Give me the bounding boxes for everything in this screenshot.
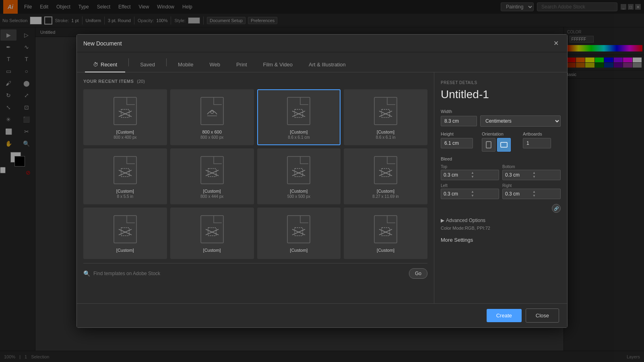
doc-icon-8	[373, 156, 398, 185]
bleed-bottom-arrows: ▲ ▼	[531, 170, 537, 180]
bleed-left-input[interactable]	[441, 189, 469, 199]
tab-recent[interactable]: ⏱ Recent	[85, 58, 125, 72]
dialog-body: YOUR RECENT ITEMS (20)	[77, 72, 567, 303]
doc-icon-4	[373, 97, 398, 125]
tab-mobile[interactable]: Mobile	[170, 58, 201, 72]
doc-name-1: [Custom]	[116, 130, 134, 134]
artboards-label: Artboards	[523, 132, 561, 136]
doc-item-1[interactable]: [Custom] 800 x 400 px	[83, 89, 167, 145]
bleed-right-input[interactable]	[503, 189, 531, 199]
artboards-input[interactable]	[523, 138, 551, 148]
doc-item-6[interactable]: [Custom] 800 x 444 px	[170, 148, 254, 204]
svg-rect-35	[201, 216, 223, 243]
doc-name-8: [Custom]	[377, 189, 394, 193]
bleed-right-up[interactable]: ▲	[532, 190, 537, 194]
search-icon: 🔍	[83, 270, 90, 277]
svg-rect-15	[114, 156, 136, 184]
more-settings-button[interactable]: More Settings	[441, 237, 561, 243]
tab-divider-1	[128, 58, 129, 66]
doc-name-5: [Custom]	[116, 189, 134, 193]
doc-item-2[interactable]: 800 x 600 800 x 600 px	[170, 89, 254, 145]
doc-size-4: 8.6 x 6.1 in	[376, 135, 396, 140]
dialog-title: New Document	[83, 40, 122, 47]
doc-name-9: [Custom]	[116, 248, 134, 253]
tab-art-illustration[interactable]: Art & Illustration	[301, 58, 354, 72]
doc-item-11[interactable]: [Custom]	[257, 208, 341, 259]
width-input[interactable]	[441, 116, 477, 126]
doc-item-12[interactable]: [Custom]	[344, 208, 427, 259]
tab-web[interactable]: Web	[201, 58, 228, 72]
svg-rect-23	[287, 156, 310, 184]
doc-icon-3	[286, 97, 312, 125]
doc-icon-7	[286, 156, 312, 185]
bleed-top-wrap: ▲ ▼	[441, 170, 499, 180]
doc-item-8[interactable]: [Custom] 8.27 x 11.69 in	[344, 148, 427, 204]
dialog-footer: Create Close	[77, 303, 567, 327]
orientation-group: Orientation	[482, 132, 520, 152]
dialog-close-button[interactable]: ✕	[551, 39, 561, 48]
bleed-left-up[interactable]: ▲	[470, 190, 475, 194]
bleed-right-wrap: ▲ ▼	[502, 189, 561, 199]
doc-size-1: 800 x 400 px	[114, 135, 136, 140]
preset-section-label: PRESET DETAILS	[441, 80, 561, 85]
doc-size-5: 8 x 5.5 in	[117, 194, 134, 199]
svg-rect-11	[374, 97, 397, 125]
close-button[interactable]: Close	[526, 309, 559, 323]
bleed-top-arrows: ▲ ▼	[469, 170, 476, 180]
svg-rect-47	[486, 142, 491, 148]
doc-item-3[interactable]: [Custom] 8.6 x 6.1 cm	[257, 89, 341, 145]
recent-header: YOUR RECENT ITEMS (20)	[83, 79, 427, 84]
svg-rect-48	[501, 142, 507, 147]
doc-icon-2	[199, 97, 225, 125]
bleed-top-down[interactable]: ▼	[470, 175, 475, 179]
bleed-left-down[interactable]: ▼	[470, 194, 475, 198]
doc-name-2: 800 x 600	[202, 130, 221, 134]
template-search-input[interactable]	[93, 271, 406, 276]
go-button[interactable]: Go	[409, 268, 427, 279]
bleed-right-label: Right	[502, 183, 561, 188]
tab-film-video[interactable]: Film & Video	[255, 58, 301, 72]
tab-bar: ⏱ Recent Saved Mobile Web Print Film & V…	[77, 52, 567, 72]
bleed-left-label: Left	[441, 183, 499, 188]
doc-item-9[interactable]: [Custom]	[83, 208, 167, 259]
new-document-dialog: New Document ✕ ⏱ Recent Saved Mobile Web…	[76, 34, 568, 328]
bleed-right-down[interactable]: ▼	[532, 194, 537, 198]
items-grid: [Custom] 800 x 400 px	[83, 89, 427, 259]
landscape-button[interactable]	[497, 138, 511, 152]
advanced-options-toggle[interactable]: ▶ Advanced Options	[441, 218, 561, 223]
tab-print[interactable]: Print	[228, 58, 255, 72]
bleed-bottom-up[interactable]: ▲	[532, 171, 537, 175]
artboards-group: Artboards	[523, 132, 561, 152]
preset-name[interactable]: Untitled-1	[441, 88, 561, 101]
link-bleed-button[interactable]: 🔗	[552, 204, 561, 213]
orientation-label: Orientation	[482, 132, 520, 136]
doc-item-5[interactable]: [Custom] 8 x 5.5 in	[83, 148, 167, 204]
doc-icon-10	[199, 215, 225, 244]
svg-rect-7	[287, 97, 310, 125]
bleed-top-label: Top	[441, 165, 499, 169]
modal-overlay: New Document ✕ ⏱ Recent Saved Mobile Web…	[0, 0, 644, 362]
tab-saved[interactable]: Saved	[132, 58, 163, 72]
bleed-top-up[interactable]: ▲	[470, 171, 475, 175]
doc-item-7[interactable]: [Custom] 500 x 500 px	[257, 148, 341, 204]
width-row: Centimeters Pixels Inches Millimeters	[441, 115, 561, 127]
svg-rect-0	[114, 97, 136, 125]
preset-panel: PRESET DETAILS Untitled-1 Width Centimet…	[434, 72, 567, 303]
bleed-right-container: Right ▲ ▼	[502, 183, 561, 199]
height-input[interactable]	[441, 138, 473, 148]
doc-name-4: [Custom]	[377, 130, 394, 134]
link-icon-container: 🔗	[441, 204, 561, 213]
doc-name-11: [Custom]	[290, 248, 308, 253]
create-button[interactable]: Create	[487, 309, 522, 322]
portrait-button[interactable]	[482, 138, 495, 152]
bleed-bottom-input[interactable]	[503, 170, 531, 180]
doc-icon-9	[112, 215, 138, 244]
unit-select[interactable]: Centimeters Pixels Inches Millimeters	[480, 115, 561, 127]
doc-item-4[interactable]: [Custom] 8.6 x 6.1 in	[344, 89, 427, 145]
doc-item-10[interactable]: [Custom]	[170, 208, 254, 259]
bleed-bottom-down[interactable]: ▼	[532, 175, 537, 179]
svg-rect-27	[374, 156, 397, 184]
bleed-bottom-wrap: ▲ ▼	[502, 170, 561, 180]
bleed-top-input[interactable]	[441, 170, 469, 180]
doc-name-12: [Custom]	[377, 248, 394, 253]
